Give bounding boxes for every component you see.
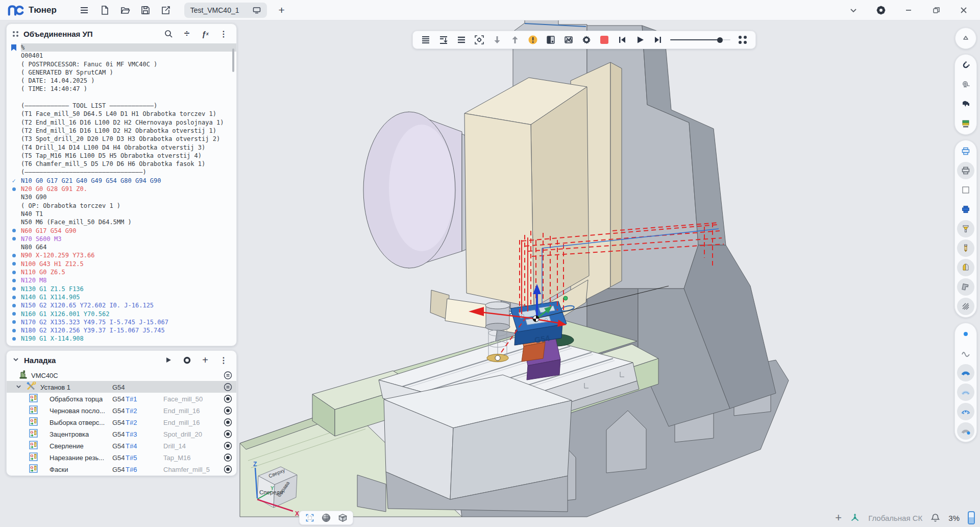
gcode-line[interactable]: (T6 Chamfer_mill_5 D5 L70 D6 H6 Obrabotk… [7,160,236,168]
operation-row[interactable]: GЧерновая посло...G54T#2End_mill_16 [7,404,236,416]
kebab-menu-icon[interactable]: ⋮ [217,353,230,367]
part-icon[interactable] [957,259,974,276]
gcode-line[interactable]: N80 G64 [7,243,236,251]
lines-all-icon[interactable] [420,34,431,45]
gcode-line[interactable]: N180 G2 X120.256 Y39.37 I-15.067 J5.745 [7,326,236,334]
circle-menu-icon[interactable] [224,382,232,391]
machine-blue-icon[interactable] [957,201,974,218]
target-icon[interactable] [224,394,232,403]
progress-slider[interactable] [670,34,730,45]
chevron-down-icon[interactable] [843,3,864,18]
gcode-line[interactable]: (T2 End_mill_16 D16 L100 D2 H2 CHernovay… [7,118,236,127]
band-outline-icon[interactable] [957,384,974,401]
arrow-down-icon[interactable] [492,34,503,45]
gcode-line[interactable]: (————————————————————————————————) [7,168,236,176]
grid-dots-icon[interactable] [737,34,748,45]
gcode-line[interactable]: N170 G2 X135.323 Y49.75 I-5.745 J-15.067 [7,318,236,326]
gcode-line[interactable]: ✓N10 G0 G17 G21 G40 G49 G54 G80 G94 G90 [7,177,236,185]
gcode-line[interactable]: N90 X-120.259 Y73.66 [7,251,236,259]
band-endpoint-icon[interactable] [957,422,974,440]
target-icon[interactable] [224,465,232,473]
add-cs-button[interactable]: + [835,511,842,524]
add-tab-button[interactable]: + [274,4,289,16]
operation-row[interactable]: GВыборка отверс...G54T#2End_mill_16 [7,416,236,428]
breakpoint-dot[interactable] [7,271,21,274]
iso-view-icon[interactable] [337,512,348,523]
gcode-line[interactable]: (———————————— TOOL LIST ————————————) [7,102,236,110]
fx-icon[interactable]: ƒx [199,27,212,40]
band-grid-icon[interactable] [957,403,974,420]
gcode-line[interactable]: N190 G1 X-114.908 [7,334,236,343]
restore-icon[interactable] [926,3,946,18]
breakpoint-dot[interactable] [7,296,21,299]
gcode-line[interactable]: N30 G90 [7,193,236,201]
stop-button[interactable] [599,34,610,45]
target-icon[interactable] [224,406,232,415]
gcode-line[interactable]: N70 S600 M3 [7,235,236,243]
gcode-line[interactable]: N140 G1 X114.905 [7,293,236,301]
kebab-menu-icon[interactable]: ⋮ [217,27,230,40]
breakpoint-dot[interactable] [7,279,21,282]
breakpoint-dot[interactable] [7,237,21,241]
play-icon[interactable] [162,353,175,367]
close-icon[interactable] [953,3,974,18]
gcode-line[interactable]: O00401 [7,52,236,60]
lines-step-icon[interactable] [438,34,449,45]
gcode-line[interactable]: N120 M8 [7,276,236,284]
blank-square-icon[interactable] [957,181,974,199]
search-icon[interactable] [162,27,175,40]
skip-start-icon[interactable] [617,34,628,45]
operation-row[interactable]: GФаскиG54T#6Chamfer_mill_5 [7,463,236,475]
gcode-line[interactable]: (T5 Tap_M16 M16 L100 D5 H5 Obrabotka otv… [7,152,236,160]
gcode-line[interactable]: ( TIME: 14:40:47 ) [7,85,236,93]
panel-icon[interactable] [545,34,556,45]
ring-icon[interactable] [180,353,193,367]
app-gear-icon[interactable] [871,3,891,18]
edit-icon[interactable] [156,3,176,18]
breakpoint-dot[interactable] [7,320,21,324]
gcode-line[interactable]: N150 G2 X120.65 Y72.602 I0. J-16.125 [7,301,236,309]
plus-icon[interactable]: + [199,353,212,367]
gcode-line[interactable]: % [7,43,236,52]
sim-display-icon[interactable] [563,34,574,45]
gcode-line[interactable] [7,93,236,102]
view-cube[interactable]: Z X Y Спереди Справа Сверху [244,461,305,518]
gcode-line[interactable]: ( POSTPROCESSOR: Fanuc 0i MF VMC40C ) [7,60,236,68]
machine-outline-icon[interactable] [957,142,974,160]
coordinate-system-icon[interactable] [850,513,860,523]
breakpoint-dot[interactable] [7,254,21,257]
sphere-view-icon[interactable] [321,512,332,523]
operation-row[interactable]: GНарезание резь...G54T#5Tap_M16 [7,451,236,463]
breakpoint-dot[interactable] [7,187,21,191]
breakpoint-dot[interactable] [7,287,21,291]
operation-row[interactable]: GОбработка торцаG54T#1Face_mill_50 [7,393,236,404]
breakpoint-dot[interactable] [7,329,21,332]
breakpoint-dot[interactable] [7,304,21,307]
check-icon[interactable]: ✓ [7,177,21,184]
breakpoint-dot[interactable] [7,312,21,316]
gcode-line[interactable]: (T2 End_mill_16 D16 L100 D2 H2 Obrabotka… [7,127,236,135]
gcode-line[interactable]: N160 G1 X126.001 Y70.562 [7,310,236,318]
magnet-icon[interactable] [957,57,974,74]
gcode-line[interactable]: (T4 Drill_14 D14 L100 D4 H4 Obrabotka ot… [7,143,236,152]
bookmark-icon[interactable] [7,44,21,51]
gcode-line[interactable]: N100 G43 H1 Z12.5 [7,260,236,268]
gcode-line[interactable]: N130 G1 Z1.5 F136 [7,285,236,293]
gcode-line[interactable]: ( DATE: 14.04.2025 ) [7,77,236,85]
cs-label[interactable]: Глобальная СК [868,514,922,522]
gcode-line[interactable]: (T1 Face_mill_50 D64.5 L40 D1 H1 Obrabot… [7,110,236,118]
lines-block-icon[interactable] [456,34,467,45]
breakpoint-dot[interactable] [7,262,21,266]
skip-end-icon[interactable] [652,34,664,45]
gcode-editor[interactable]: %O00401( POSTPROCESSOR: Fanuc 0i MF VMC4… [7,43,236,346]
gear-icon[interactable] [581,34,592,45]
machine-head-icon[interactable] [957,95,974,113]
fixture-icon[interactable] [957,278,974,296]
minimize-icon[interactable] [898,3,919,18]
drag-handle-icon[interactable] [13,31,18,37]
scrollbar-thumb[interactable] [232,49,234,72]
document-tab[interactable]: Test_VMC40_1 [184,3,267,18]
gcode-line[interactable]: (T3 Spot_drill_20 D20 L70 D3 H3 Obrabotk… [7,135,236,143]
breakpoint-dot[interactable] [7,337,21,341]
gcode-line[interactable]: N50 M6 (Face_mill_50 D64.5MM ) [7,218,236,226]
